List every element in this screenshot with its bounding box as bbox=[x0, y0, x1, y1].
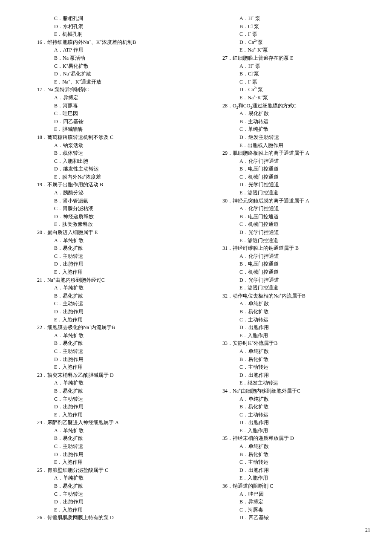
option-line: E．入胞作用 bbox=[205, 474, 373, 482]
option-line: C．机械门控通道 bbox=[205, 173, 373, 181]
option-line: B．易化扩散 bbox=[19, 482, 187, 490]
option-line: B．河豚毒 bbox=[19, 102, 187, 110]
option-line: B．电压门控通道 bbox=[205, 213, 373, 221]
question-line: 18．葡萄糖跨膜转运机制不涉及 C bbox=[19, 133, 187, 142]
option-line: E．Na+-K+泵 bbox=[205, 94, 373, 102]
option-line: E．入胞作用 bbox=[19, 316, 187, 324]
option-line: E．肽类激素释放 bbox=[19, 220, 187, 228]
option-line: C．主动转运 bbox=[205, 316, 373, 324]
option-line: E．入胞作用 bbox=[19, 268, 187, 276]
option-line: C．脂相孔洞 bbox=[19, 14, 187, 23]
question-line: 36．钠通道的阻断剂 C bbox=[205, 482, 373, 490]
option-line: E．渗透门控通道 bbox=[205, 237, 373, 245]
option-line: E．入胞作用 bbox=[205, 427, 373, 435]
option-line: D．光学门控通道 bbox=[205, 276, 373, 284]
option-line: C．主动转运 bbox=[205, 411, 373, 419]
option-line: A．ATP 作用 bbox=[19, 46, 187, 54]
option-line: A．化学门控通道 bbox=[205, 157, 373, 165]
option-line: C．主动转运 bbox=[19, 490, 187, 498]
question-line: 30．神经元突触后膜的离子通道属于 A bbox=[205, 197, 373, 205]
option-line: C．主动转运 bbox=[19, 395, 187, 403]
option-line: D．出胞作用 bbox=[19, 260, 187, 268]
right-column: A．H+ 泵B．Cl-泵C．I- 泵D．Ca2+泵E．Na+-K+泵27．红细胞… bbox=[205, 14, 373, 522]
option-line: C．河豚毒 bbox=[205, 506, 373, 514]
question-line: 32．动作电位去极相的Na+内流属于B bbox=[205, 292, 373, 300]
option-line: E．Na+-K+泵 bbox=[205, 46, 373, 54]
option-line: A．哇巴因 bbox=[205, 490, 373, 498]
option-line: B．载体转运 bbox=[19, 149, 187, 157]
option-line: D．光学门控通道 bbox=[205, 228, 373, 237]
option-line: D．Ca2+泵 bbox=[205, 86, 373, 94]
option-line: D．出胞作用 bbox=[205, 466, 373, 474]
option-line: D．光学门控通道 bbox=[205, 181, 373, 189]
question-line: 28．O2和CO2通过细胞膜的方式C bbox=[205, 102, 373, 110]
option-line: A．化学门控通道 bbox=[205, 205, 373, 213]
question-line: 26．骨骼肌肌质网膜上特有的泵 D bbox=[19, 514, 187, 522]
option-line: D．出胞作用 bbox=[205, 324, 373, 332]
option-line: C．K+易化扩散 bbox=[19, 62, 187, 70]
question-line: 25．胃腺壁细胞分泌盐酸属于 C bbox=[19, 466, 187, 474]
option-line: D．四乙基铵 bbox=[19, 118, 187, 126]
question-line: 22．细胞膜去极化的Na+内流属于B bbox=[19, 324, 187, 332]
option-line: D．出胞作用 bbox=[19, 403, 187, 411]
option-line: E．胆碱酯酶 bbox=[19, 125, 187, 133]
option-line: A．单纯扩散 bbox=[19, 427, 187, 435]
option-line: A．单纯扩散 bbox=[205, 442, 373, 451]
option-line: C．主动转运 bbox=[19, 252, 187, 260]
option-line: B．易化扩散 bbox=[205, 451, 373, 459]
option-line: C．哇巴因 bbox=[19, 110, 187, 118]
option-line: C．主动转运 bbox=[19, 442, 187, 451]
option-line: C．主动转运 bbox=[205, 363, 373, 371]
question-line: 24．麻醉剂乙醚进入神经细胞属于 A bbox=[19, 419, 187, 427]
option-line: B．主动转运 bbox=[205, 118, 373, 126]
option-line: C．I- 泵 bbox=[205, 78, 373, 86]
option-line: A．H+ 泵 bbox=[205, 14, 373, 23]
option-line: B．Cl-泵 bbox=[205, 70, 373, 78]
option-line: A．单纯扩散 bbox=[19, 474, 187, 482]
question-line: 17．Na 泵特异抑制剂C bbox=[19, 86, 187, 94]
option-line: B．易化扩散 bbox=[205, 403, 373, 411]
option-line: A．易化扩散 bbox=[205, 110, 373, 118]
option-line: B．易化扩散 bbox=[19, 244, 187, 252]
option-line: D．出胞作用 bbox=[205, 371, 373, 379]
option-line: E．入胞作用 bbox=[19, 363, 187, 371]
option-line: B．电压门控通道 bbox=[205, 165, 373, 173]
option-line: B．易化扩散 bbox=[205, 356, 373, 364]
option-line: B．电压门控通道 bbox=[205, 260, 373, 268]
option-line: C．胃腺分泌粘液 bbox=[19, 205, 187, 213]
option-line: E．渗透门控通道 bbox=[205, 284, 373, 292]
option-line: D．出胞作用 bbox=[205, 419, 373, 427]
option-line: B．Na 泵活动 bbox=[19, 54, 187, 62]
option-line: D．继发性主动转运 bbox=[19, 165, 187, 173]
option-line: D．继发主动转运 bbox=[205, 133, 373, 142]
option-line: B．异搏定 bbox=[205, 498, 373, 506]
option-line: C．主动转运 bbox=[205, 458, 373, 466]
option-line: A．单纯扩散 bbox=[19, 379, 187, 387]
option-line: D．Na+易化扩散 bbox=[19, 70, 187, 78]
option-line: E．机械孔洞 bbox=[19, 30, 187, 38]
option-line: A．异搏定 bbox=[19, 94, 187, 102]
option-line: A．单纯扩散 bbox=[19, 237, 187, 245]
option-line: A．胰酶分泌 bbox=[19, 189, 187, 197]
option-line: D．四乙基铵 bbox=[205, 514, 373, 522]
option-line: B．易化扩散 bbox=[19, 387, 187, 395]
question-line: 29．肌细胞终板膜上的离子通道属于 A bbox=[205, 149, 373, 157]
option-line: E．入胞作用 bbox=[19, 506, 187, 514]
option-line: B．肾小管泌氨 bbox=[19, 197, 187, 205]
option-line: D．神经递质释放 bbox=[19, 213, 187, 221]
option-line: D．出胞作用 bbox=[19, 308, 187, 316]
option-line: C．机械门控通道 bbox=[205, 220, 373, 228]
option-line: B．易化扩散 bbox=[19, 292, 187, 300]
option-line: A．单纯扩散 bbox=[19, 284, 187, 292]
option-line: C．机械门控通道 bbox=[205, 268, 373, 276]
page-number: 21 bbox=[19, 522, 373, 534]
option-line: A．单纯扩散 bbox=[205, 395, 373, 403]
question-line: 33．安静时K+外流属于B bbox=[205, 339, 373, 347]
option-line: E．Na+、K+通道开放 bbox=[19, 78, 187, 86]
option-line: E．入胞作用 bbox=[205, 332, 373, 340]
question-line: 34．Na+由细胞内移到细胞外属于C bbox=[205, 387, 373, 395]
option-line: E．渗透门控通道 bbox=[205, 189, 373, 197]
option-line: A．单纯扩散 bbox=[205, 300, 373, 308]
option-line: A．钠泵活动 bbox=[19, 142, 187, 150]
option-line: A．化学门控通道 bbox=[205, 252, 373, 260]
